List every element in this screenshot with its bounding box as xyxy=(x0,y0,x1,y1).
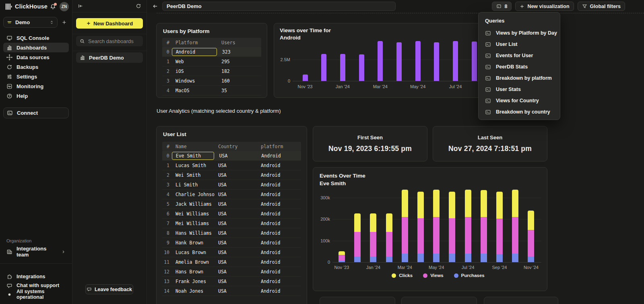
table-cell[interactable]: Android xyxy=(257,201,301,207)
query-item-breakdown-by-platform[interactable]: Breakdown by platform xyxy=(485,72,560,84)
stacked-bar-segment[interactable] xyxy=(370,213,376,232)
table-cell[interactable]: 12 xyxy=(162,269,172,275)
dashboard-title-input[interactable]: PeerDB Demo xyxy=(162,2,396,11)
table-cell[interactable]: 4 xyxy=(162,88,172,93)
table-row[interactable]: 0Eve SmithUSAAndroid xyxy=(162,151,301,161)
avatar[interactable]: ZN xyxy=(60,2,69,11)
sidebar-footer-item-all-systems-operational[interactable]: All systems operational xyxy=(3,290,69,299)
table-cell[interactable]: 4 xyxy=(162,192,172,197)
bar[interactable] xyxy=(453,41,458,81)
table-cell[interactable]: Lucas Brown xyxy=(172,250,215,255)
legend-item-purchases[interactable]: Purchases xyxy=(454,273,485,278)
query-item-peerdb-stats[interactable]: PeerDB Stats xyxy=(485,61,560,72)
bar[interactable] xyxy=(415,41,421,81)
table-cell[interactable]: USA xyxy=(215,259,257,265)
stacked-bar-segment[interactable] xyxy=(417,254,424,262)
stacked-bar-segment[interactable] xyxy=(386,213,392,232)
stacked-bar-segment[interactable] xyxy=(496,219,503,254)
table-cell[interactable]: Android xyxy=(257,269,301,275)
table-cell[interactable]: Web xyxy=(172,59,218,64)
stacked-bar-segment[interactable] xyxy=(433,217,440,254)
sidebar-item-data-sources[interactable]: Data sources xyxy=(3,52,69,62)
stacked-bar-segment[interactable] xyxy=(465,190,471,217)
table-cell[interactable]: Li Smith xyxy=(172,182,215,188)
table-row[interactable]: 0Android323 xyxy=(162,47,261,57)
query-item-breakdown-by-country[interactable]: Breakdown by country xyxy=(485,106,560,118)
stacked-bar-segment[interactable] xyxy=(339,255,345,261)
table-cell[interactable]: 13 xyxy=(162,279,172,284)
table-cell[interactable]: USA xyxy=(215,211,257,217)
stacked-bar-segment[interactable] xyxy=(496,192,503,218)
refresh-icon[interactable] xyxy=(136,3,141,9)
bar[interactable] xyxy=(396,42,402,81)
table-cell[interactable]: 160 xyxy=(218,78,261,84)
table-cell[interactable]: Android xyxy=(257,211,301,217)
notifications-bell-icon[interactable] xyxy=(50,4,56,10)
sidebar-item-dashboards[interactable]: Dashboards xyxy=(3,43,69,52)
global-filters-button[interactable]: Global filters xyxy=(578,2,625,11)
query-item-user-list[interactable]: User List xyxy=(485,39,560,50)
table-cell[interactable]: USA xyxy=(215,192,257,197)
table-cell[interactable]: 8 xyxy=(162,230,172,236)
add-workspace-button[interactable] xyxy=(59,18,69,27)
back-arrow-icon[interactable] xyxy=(152,3,158,9)
sidebar-item-monitoring[interactable]: Monitoring xyxy=(3,81,69,91)
stacked-bar-segment[interactable] xyxy=(339,261,345,262)
table-cell[interactable]: 3 xyxy=(162,78,172,84)
stacked-bar-segment[interactable] xyxy=(386,232,392,256)
table-cell[interactable]: Wei Williams xyxy=(172,211,215,217)
stacked-bar-segment[interactable] xyxy=(354,213,361,232)
stacked-bar-segment[interactable] xyxy=(481,190,487,217)
legend-item-views[interactable]: Views xyxy=(423,273,443,278)
stacked-bar-segment[interactable] xyxy=(512,190,518,217)
bar[interactable] xyxy=(340,54,345,81)
bar[interactable] xyxy=(378,41,383,81)
table-cell[interactable]: 2 xyxy=(162,68,172,74)
table-cell[interactable]: USA xyxy=(215,221,257,226)
table-row[interactable]: 14Noah JonesUSAAndroid xyxy=(162,286,301,296)
stacked-bar-segment[interactable] xyxy=(402,254,408,262)
workspace-selector[interactable]: Demo xyxy=(3,17,58,28)
sidebar-item-settings[interactable]: Settings xyxy=(3,72,69,81)
stacked-bar-segment[interactable] xyxy=(339,251,345,255)
query-item-views-for-country[interactable]: Views for Country xyxy=(485,95,560,106)
stacked-bar-segment[interactable] xyxy=(449,192,455,218)
table-cell[interactable]: Android xyxy=(257,279,301,284)
table-row[interactable]: 1Web295 xyxy=(162,57,261,66)
table-cell[interactable]: Amelia Brown xyxy=(172,259,215,265)
stacked-bar-segment[interactable] xyxy=(528,256,534,262)
table-cell[interactable]: USA xyxy=(215,172,257,178)
table-cell[interactable]: Android xyxy=(257,288,301,294)
table-row[interactable]: 4MacOS35 xyxy=(162,86,261,95)
table-cell[interactable]: 11 xyxy=(162,259,172,265)
sidebar-item-sql-console[interactable]: SQL Console xyxy=(3,33,69,43)
stacked-bar-segment[interactable] xyxy=(370,232,376,256)
table-cell[interactable]: 295 xyxy=(218,59,261,64)
stacked-bar-segment[interactable] xyxy=(512,254,518,262)
search-dashboards-input[interactable]: Search dashboards xyxy=(76,36,143,46)
table-cell[interactable]: 1 xyxy=(162,59,172,64)
stacked-bar-segment[interactable] xyxy=(417,192,424,218)
table-cell[interactable]: Android xyxy=(257,172,301,178)
table-cell[interactable]: Android xyxy=(257,182,301,188)
table-cell[interactable]: 182 xyxy=(218,68,261,74)
legend-item-clicks[interactable]: Clicks xyxy=(392,273,413,278)
bar[interactable] xyxy=(472,41,477,81)
table-cell[interactable]: Android xyxy=(257,230,301,236)
stacked-bar-segment[interactable] xyxy=(386,256,392,262)
table-cell[interactable]: 35 xyxy=(218,88,261,93)
table-cell[interactable]: Android xyxy=(257,163,301,168)
table-cell[interactable]: USA xyxy=(215,240,257,246)
stacked-bar-segment[interactable] xyxy=(370,256,376,262)
stacked-bar-segment[interactable] xyxy=(512,217,518,254)
stacked-bar-segment[interactable] xyxy=(449,254,455,262)
bar[interactable] xyxy=(321,54,326,81)
table-row[interactable]: 8Hans WilliamsUSAAndroid xyxy=(162,228,301,238)
table-cell[interactable]: 3 xyxy=(162,182,172,188)
table-row[interactable]: 3Li SmithUSAAndroid xyxy=(162,180,301,190)
table-cell[interactable]: Android xyxy=(257,240,301,246)
table-row[interactable]: 9Hank BrownUSAAndroid xyxy=(162,238,301,248)
table-cell[interactable]: Wei Smith xyxy=(172,172,215,178)
table-cell[interactable]: 0 xyxy=(162,153,172,159)
table-row[interactable]: 7Mei WilliamsUSAAndroid xyxy=(162,219,301,228)
